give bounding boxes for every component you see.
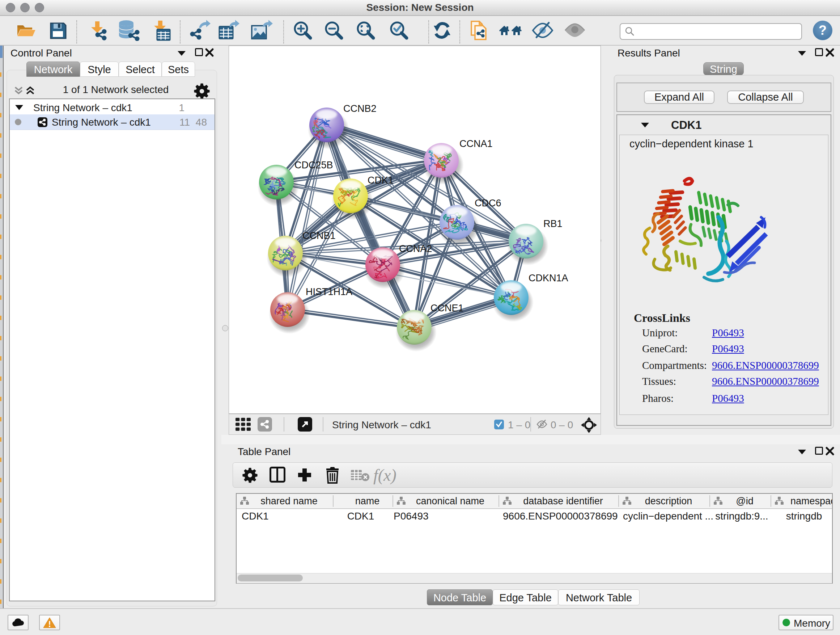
svg-text:CCNB2: CCNB2 (343, 103, 377, 114)
svg-text:CDC6: CDC6 (475, 198, 501, 209)
svg-text:CDC25B: CDC25B (294, 160, 333, 171)
svg-text:CCNB1: CCNB1 (302, 230, 336, 241)
svg-text:HIST1H1A: HIST1H1A (306, 287, 352, 297)
svg-text:CDK1: CDK1 (368, 175, 393, 186)
svg-text:CCNA1: CCNA1 (459, 138, 493, 149)
svg-text:CDKN1A: CDKN1A (529, 272, 568, 283)
svg-text:RB1: RB1 (543, 218, 562, 229)
svg-text:CCNA2: CCNA2 (399, 243, 432, 254)
svg-text:CCNE1: CCNE1 (431, 302, 464, 314)
